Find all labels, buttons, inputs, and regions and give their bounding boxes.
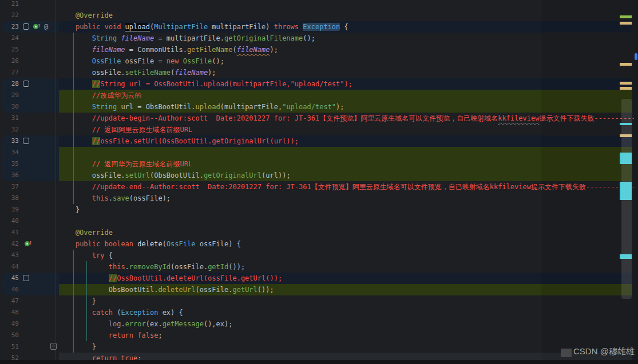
- code-line-text[interactable]: ossFile.setUrl(ObsBootUtil.getOriginalUr…: [59, 170, 291, 181]
- fold-marker-icon[interactable]: [50, 343, 57, 350]
- line-number[interactable]: 48: [0, 307, 19, 318]
- line-number[interactable]: 51: [0, 341, 19, 353]
- code-line-text[interactable]: String url = ObsBootUtil.upload(multipar…: [59, 101, 344, 113]
- line-number[interactable]: 37: [0, 181, 19, 193]
- bottom-edge-bar: [0, 360, 638, 364]
- code-line-text[interactable]: ObsBootUtil.deleteUrl(ossFile.getUrl());: [59, 284, 274, 295]
- line-number[interactable]: 36: [0, 170, 19, 181]
- line-number[interactable]: 43: [0, 250, 19, 261]
- code-line-text[interactable]: this.removeById(ossFile.getId());: [59, 261, 245, 273]
- line-number[interactable]: 49: [0, 318, 19, 330]
- scrollbar-marker[interactable]: [620, 82, 632, 85]
- code-line-text[interactable]: @Override: [59, 10, 113, 21]
- line-number[interactable]: 22: [0, 10, 19, 21]
- scrollbar-marker[interactable]: [620, 15, 632, 18]
- line-number[interactable]: 35: [0, 158, 19, 170]
- scrollbar-marker[interactable]: [620, 87, 632, 90]
- line-number[interactable]: 26: [0, 55, 19, 67]
- commit-line-checkbox[interactable]: [23, 23, 29, 30]
- code-line-text[interactable]: }: [59, 341, 96, 353]
- code-line-row: 37 //update-end--Author:scott Date:20201…: [0, 181, 638, 193]
- scrollbar-thumb[interactable]: [621, 99, 632, 299]
- commit-line-checkbox[interactable]: [23, 138, 29, 144]
- override-method-icon[interactable]: ↑: [33, 23, 42, 30]
- line-number[interactable]: 24: [0, 33, 19, 44]
- watermark-logo-block: [561, 349, 572, 357]
- code-line-text[interactable]: public void upload(MultipartFile multipa…: [59, 21, 348, 33]
- commit-line-checkbox[interactable]: [23, 275, 29, 281]
- line-number[interactable]: 28: [0, 78, 19, 90]
- line-number[interactable]: 41: [0, 227, 19, 238]
- code-line-text[interactable]: @Override: [59, 227, 113, 238]
- code-line-text[interactable]: catch (Exception ex) {: [59, 307, 183, 318]
- code-line-text[interactable]: //ossFile.setUrl(OssBootUtil.getOriginal…: [59, 135, 299, 147]
- line-number[interactable]: 25: [0, 44, 19, 55]
- line-number[interactable]: 29: [0, 90, 19, 101]
- code-line-text[interactable]: //OssBootUtil.deleteUrl(ossFile.getUrl()…: [59, 273, 282, 284]
- code-line-text[interactable]: return false;: [59, 330, 163, 341]
- line-number[interactable]: 38: [0, 193, 19, 204]
- line-number[interactable]: 23: [0, 21, 19, 33]
- line-number[interactable]: 42: [0, 238, 19, 250]
- line-number[interactable]: 32: [0, 124, 19, 135]
- code-line-text[interactable]: // 返回阿里云原生域名前缀URL: [59, 124, 192, 135]
- line-number[interactable]: 39: [0, 204, 19, 215]
- annotation-at-icon: @: [44, 21, 48, 33]
- scrollbar-marker[interactable]: [620, 22, 632, 25]
- code-line-text[interactable]: //update-end--Author:scott Date:20201227…: [59, 181, 638, 193]
- code-line-text[interactable]: }: [59, 204, 80, 215]
- code-line-text[interactable]: //String url = OssBootUtil.upload(multip…: [59, 78, 352, 90]
- line-number[interactable]: 27: [0, 67, 19, 78]
- code-line-text[interactable]: //update-begin--Author:scott Date:202012…: [59, 113, 638, 124]
- right-margin-shade: [541, 0, 634, 360]
- code-line-text[interactable]: // 返回华为云原生域名前缀URL: [59, 158, 192, 170]
- commit-line-checkbox[interactable]: [23, 81, 29, 87]
- code-line-text[interactable]: OssFile ossFile = new OssFile();: [59, 55, 224, 67]
- line-number[interactable]: 47: [0, 295, 19, 307]
- scrollbar-marker[interactable]: [620, 63, 632, 66]
- code-line-text[interactable]: //改成华为云的: [59, 90, 141, 101]
- line-number[interactable]: 50: [0, 330, 19, 341]
- line-number[interactable]: 45: [0, 273, 19, 284]
- watermark-text: CSDN @穆雄雄: [573, 346, 635, 357]
- override-method-icon[interactable]: ↑: [25, 241, 34, 247]
- line-number[interactable]: 44: [0, 261, 19, 273]
- code-line-text[interactable]: ossFile.setFileName(fileName);: [59, 67, 216, 78]
- up-arrow-icon: ↑: [29, 239, 33, 246]
- code-line-text[interactable]: String fileName = multipartFile.getOrigi…: [59, 33, 315, 44]
- code-line-text[interactable]: public boolean delete(OssFile ossFile) {: [59, 238, 241, 250]
- code-line-text[interactable]: this.save(ossFile);: [59, 193, 171, 204]
- code-line-text[interactable]: log.error(ex.getMessage(),ex);: [59, 318, 232, 330]
- line-number[interactable]: 30: [0, 101, 19, 113]
- line-number[interactable]: 40: [0, 215, 19, 227]
- code-line-text[interactable]: }: [59, 295, 96, 307]
- line-number[interactable]: 31: [0, 113, 19, 124]
- code-line-text[interactable]: try {: [59, 250, 113, 261]
- edge-blue-indicator: [635, 53, 637, 60]
- code-line-text[interactable]: fileName = CommonUtils.getFileName(fileN…: [59, 44, 278, 55]
- line-number[interactable]: 34: [0, 147, 19, 158]
- code-editor[interactable]: 2122 @Override23↑@ public void upload(Mu…: [0, 0, 638, 364]
- up-arrow-icon: ↑: [37, 22, 41, 29]
- code-line-row: 31 //update-begin--Author:scott Date:202…: [0, 113, 638, 124]
- line-number[interactable]: 33: [0, 135, 19, 147]
- line-number[interactable]: 21: [0, 0, 19, 10]
- line-number[interactable]: 46: [0, 284, 19, 295]
